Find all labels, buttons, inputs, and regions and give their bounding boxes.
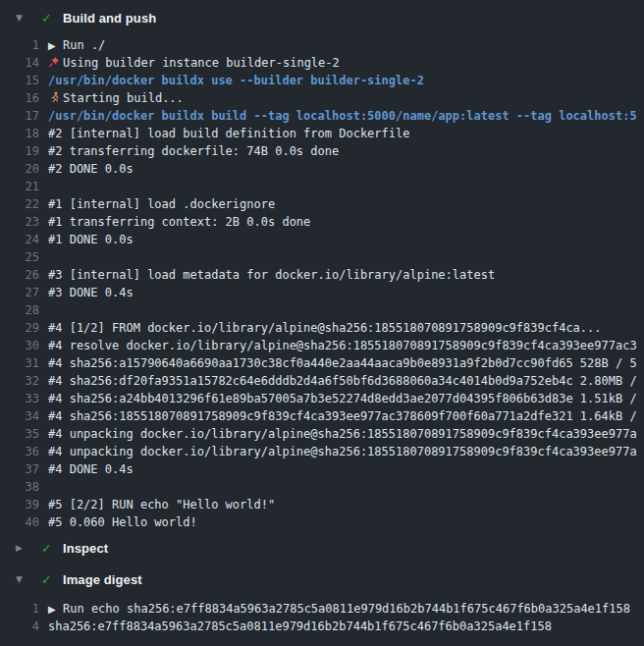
line-number[interactable]: 37	[0, 460, 39, 478]
log-line-text: #1 [internal] load .dockerignore	[48, 197, 275, 211]
line-number[interactable]: 17	[0, 107, 39, 125]
line-number[interactable]: 26	[0, 266, 39, 284]
actions-log-viewer: ▼✓Build and push1▶Run ./14Using builder …	[0, 6, 644, 635]
log-line-content: Starting build...	[39, 89, 184, 107]
log-line-text: #5 [2/2] RUN echo "Hello world!"	[48, 498, 275, 511]
line-number[interactable]: 40	[0, 513, 39, 531]
log-line-text: Starting build...	[63, 91, 184, 105]
log-line-text: sha256:e7ff8834a5963a2785c5a0811e979d16b…	[48, 619, 552, 633]
line-number[interactable]: 33	[0, 390, 39, 407]
check-icon: ✓	[41, 541, 55, 556]
log-line: 1▶Run ./	[0, 36, 644, 54]
log-line-content: #4 unpacking docker.io/library/alpine@sh…	[39, 443, 637, 460]
line-number[interactable]: 28	[0, 301, 39, 319]
log-line-content	[39, 301, 48, 319]
line-number[interactable]: 36	[0, 443, 39, 460]
log-line: 24#1 DONE 0.0s	[0, 231, 644, 248]
line-number[interactable]: 16	[0, 89, 39, 107]
log-line-text: #3 DONE 0.4s	[48, 286, 134, 299]
log-line-content: #4 resolve docker.io/library/alpine@sha2…	[39, 337, 637, 354]
line-number[interactable]: 32	[0, 372, 39, 390]
log-line-text: #4 sha256:df20fa9351a15782c64e6dddb2d4a6…	[48, 374, 637, 388]
section-header-inspect[interactable]: ▶✓Inspect	[0, 536, 644, 560]
line-number[interactable]: 31	[0, 354, 39, 372]
log-line: 40#5 0.060 Hello world!	[0, 513, 644, 531]
log-line-content: Using builder instance builder-single-2	[39, 54, 340, 72]
log-block-image-digest: 1▶Run echo sha256:e7ff8834a5963a2785c5a0…	[0, 600, 644, 635]
section-title: Image digest	[63, 572, 142, 587]
log-line: 4sha256:e7ff8834a5963a2785c5a0811e979d16…	[0, 618, 644, 635]
line-number[interactable]: 27	[0, 284, 39, 301]
line-number[interactable]: 30	[0, 337, 39, 354]
log-line-text: #2 [internal] load build definition from…	[48, 127, 409, 140]
line-number[interactable]: 39	[0, 496, 39, 513]
section-title: Build and push	[63, 11, 156, 26]
runner-icon	[48, 89, 63, 107]
section-title: Inspect	[63, 541, 108, 556]
log-line-text: /usr/bin/docker buildx build --tag local…	[48, 109, 637, 123]
log-line: 29#4 [1/2] FROM docker.io/library/alpine…	[0, 319, 644, 337]
chevron-down-icon: ▼	[16, 574, 27, 584]
log-line: 32#4 sha256:df20fa9351a15782c64e6dddb2d4…	[0, 372, 644, 390]
log-line-content: #5 0.060 Hello world!	[39, 513, 197, 531]
log-line: 14Using builder instance builder-single-…	[0, 54, 644, 72]
log-line-content: #5 [2/2] RUN echo "Hello world!"	[39, 496, 275, 513]
log-line: 16Starting build...	[0, 89, 644, 107]
log-line: 1▶Run echo sha256:e7ff8834a5963a2785c5a0…	[0, 600, 644, 618]
log-line: 37#4 DONE 0.4s	[0, 460, 644, 478]
log-line: 34#4 sha256:185518070891758909c9f839cf4c…	[0, 407, 644, 425]
line-number[interactable]: 19	[0, 142, 39, 160]
log-line: 20#2 DONE 0.0s	[0, 160, 644, 178]
log-line-text: #4 unpacking docker.io/library/alpine@sh…	[48, 445, 637, 458]
log-line-content: sha256:e7ff8834a5963a2785c5a0811e979d16b…	[39, 618, 552, 635]
log-line: 26#3 [internal] load metadata for docker…	[0, 266, 644, 284]
line-number[interactable]: 35	[0, 425, 39, 443]
check-icon: ✓	[41, 572, 55, 587]
log-line-text: Run echo sha256:e7ff8834a5963a2785c5a081…	[63, 602, 630, 616]
line-number[interactable]: 15	[0, 72, 39, 89]
line-number[interactable]: 23	[0, 213, 39, 231]
line-number[interactable]: 38	[0, 478, 39, 496]
log-line-text: #3 [internal] load metadata for docker.i…	[48, 268, 495, 282]
log-line-content: #2 DONE 0.0s	[39, 160, 134, 178]
log-line-content: #4 sha256:185518070891758909c9f839cf4ca3…	[39, 407, 637, 425]
line-number[interactable]: 14	[0, 54, 39, 72]
log-line-text: /usr/bin/docker buildx use --builder bui…	[48, 74, 424, 87]
line-number[interactable]: 18	[0, 125, 39, 142]
line-number[interactable]: 34	[0, 407, 39, 425]
section-header-build-and-push[interactable]: ▼✓Build and push	[0, 6, 644, 29]
line-number[interactable]: 25	[0, 248, 39, 266]
log-line-content: /usr/bin/docker buildx build --tag local…	[39, 107, 637, 125]
log-line-content: /usr/bin/docker buildx use --builder bui…	[39, 72, 424, 89]
log-line-content	[39, 178, 48, 195]
line-number[interactable]: 29	[0, 319, 39, 337]
log-line-content: #4 unpacking docker.io/library/alpine@sh…	[39, 425, 637, 443]
log-line-content: #1 DONE 0.0s	[39, 231, 134, 248]
log-line-text: Run ./	[63, 38, 105, 52]
log-line-text: #4 resolve docker.io/library/alpine@sha2…	[48, 339, 637, 352]
line-number[interactable]: 1	[0, 36, 39, 54]
log-line-text: #4 unpacking docker.io/library/alpine@sh…	[48, 427, 637, 441]
line-number[interactable]: 1	[0, 600, 39, 618]
line-number[interactable]: 4	[0, 618, 39, 635]
section-header-image-digest[interactable]: ▼✓Image digest	[0, 567, 644, 591]
line-number[interactable]: 21	[0, 178, 39, 195]
log-line-content: #4 sha256:a15790640a6690aa1730c38cf0a440…	[39, 354, 637, 372]
log-line: 23#1 transferring context: 2B 0.0s done	[0, 213, 644, 231]
line-number[interactable]: 24	[0, 231, 39, 248]
log-line-content: ▶Run ./	[39, 36, 105, 54]
log-line: 18#2 [internal] load build definition fr…	[0, 125, 644, 142]
log-line: 21	[0, 178, 644, 195]
line-number[interactable]: 22	[0, 195, 39, 213]
check-icon: ✓	[41, 11, 55, 26]
log-line: 17/usr/bin/docker buildx build --tag loc…	[0, 107, 644, 125]
log-line: 39#5 [2/2] RUN echo "Hello world!"	[0, 496, 644, 513]
chevron-down-icon: ▼	[16, 13, 27, 23]
log-line: 25	[0, 248, 644, 266]
log-line: 19#2 transferring dockerfile: 74B 0.0s d…	[0, 142, 644, 160]
log-line: 27#3 DONE 0.4s	[0, 284, 644, 301]
log-line-content: #4 [1/2] FROM docker.io/library/alpine@s…	[39, 319, 602, 337]
log-line: 22#1 [internal] load .dockerignore	[0, 195, 644, 213]
log-line-text: #5 0.060 Hello world!	[48, 515, 197, 529]
line-number[interactable]: 20	[0, 160, 39, 178]
